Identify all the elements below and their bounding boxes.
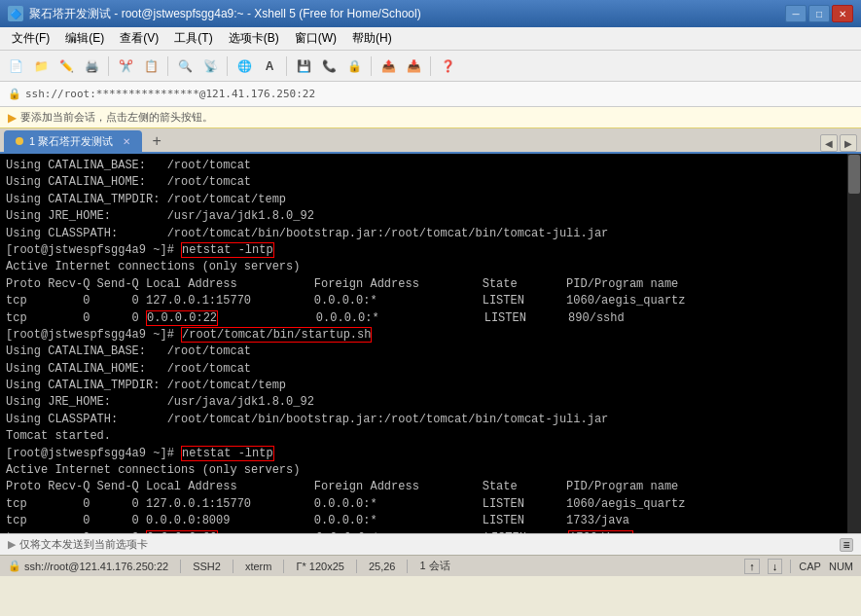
copy-btn[interactable]: 📋 <box>139 54 162 78</box>
lock-btn[interactable]: 🔒 <box>342 54 366 78</box>
open-btn[interactable]: 📁 <box>29 54 53 78</box>
cap-indicator: CAP <box>799 561 821 572</box>
font-btn[interactable]: A <box>258 54 281 78</box>
help-btn[interactable]: ❓ <box>436 54 459 78</box>
search-btn[interactable]: 🔍 <box>173 54 197 78</box>
lock-icon: 🔒 <box>8 88 21 100</box>
tab-close-btn[interactable]: ✕ <box>123 136 130 147</box>
connect-btn[interactable]: 📞 <box>317 54 341 78</box>
info-bar-right: ↑ ↓ CAP NUM <box>744 559 853 574</box>
term-line-6: [root@jstwespfsgg4a9 ~]# netstat -lntp <box>6 242 855 259</box>
title-bar: 🔷 聚石塔开发测试 - root@jstwespfsgg4a9:~ - Xshe… <box>0 0 861 27</box>
window-title: 聚石塔开发测试 - root@jstwespfsgg4a9:~ - Xshell… <box>29 6 785 22</box>
toolbar-sep-5 <box>371 56 372 76</box>
maximize-button[interactable]: □ <box>808 5 830 22</box>
info-sep-5 <box>407 560 408 573</box>
address-bar: 🔒 ssh://root:****************@121.41.176… <box>0 82 861 107</box>
position-text: 25,26 <box>369 561 396 572</box>
term-line-10: tcp 0 0 0.0.0.0:22 0.0.0.0:* LISTEN 890/… <box>6 310 855 327</box>
info-sep-2 <box>233 560 233 573</box>
term-line-18: [root@jstwespfsgg4a9 ~]# netstat -lntp <box>6 446 855 462</box>
menu-view[interactable]: 查看(V) <box>112 28 166 49</box>
encoding-text: SSH2 <box>193 561 221 572</box>
info-sep-6 <box>790 560 791 573</box>
menu-tabs[interactable]: 选项卡(B) <box>221 28 287 49</box>
notif-arrow-icon: ▶ <box>8 111 17 125</box>
term-line-9: tcp 0 0 127.0.0.1:15770 0.0.0.0:* LISTEN… <box>6 293 855 309</box>
status-arrow-icon: ▶ <box>8 538 16 551</box>
terminal-wrapper: Using CATALINA_BASE: /root/tomcat Using … <box>0 154 861 533</box>
term-line-12: Using CATALINA_BASE: /root/tomcat <box>6 344 855 360</box>
toolbar: 📄 📁 ✏️ 🖨️ ✂️ 📋 🔍 📡 🌐 A 💾 📞 🔒 📤 📥 ❓ <box>0 51 861 82</box>
num-indicator: NUM <box>829 561 853 572</box>
position-info: 25,26 <box>369 561 396 572</box>
tab-navigation: ◀ ▶ <box>820 134 857 152</box>
tab-1[interactable]: 1 聚石塔开发测试 ✕ <box>4 130 142 152</box>
info-sep-3 <box>283 560 284 573</box>
term-line-21: tcp 0 0 127.0.0.1:15770 0.0.0.0:* LISTEN… <box>6 496 855 513</box>
terminal-type-text: xterm <box>245 561 272 572</box>
term-line-23: tcp 0 0 0.0.0.0:80 0.0.0.0:* LISTEN 1733… <box>6 530 855 533</box>
status-text: 仅将文本发送到当前选项卡 <box>19 537 148 552</box>
term-line-1: Using CATALINA_BASE: /root/tomcat <box>6 158 855 174</box>
toolbar-sep-3 <box>227 56 228 76</box>
terminal-content: Using CATALINA_BASE: /root/tomcat Using … <box>6 158 855 533</box>
edit-btn[interactable]: ✏️ <box>54 54 78 78</box>
term-line-20: Proto Recv-Q Send-Q Local Address Foreig… <box>6 479 855 495</box>
terminal-type-info: xterm <box>245 561 272 572</box>
notification-bar: ▶ 要添加当前会话，点击左侧的箭头按钮。 <box>0 107 861 128</box>
window-controls: ─ □ ✕ <box>785 5 853 22</box>
tab-next-btn[interactable]: ▶ <box>840 134 857 152</box>
menu-window[interactable]: 窗口(W) <box>287 28 344 49</box>
terminal[interactable]: Using CATALINA_BASE: /root/tomcat Using … <box>0 154 861 533</box>
term-line-16: Using CLASSPATH: /root/tomcat/bin/bootst… <box>6 412 855 428</box>
download-btn[interactable]: 📥 <box>402 54 425 78</box>
term-line-7: Active Internet connections (only server… <box>6 259 855 275</box>
encoding-info: SSH2 <box>193 561 221 572</box>
tab-add-button[interactable]: + <box>146 130 167 152</box>
save-btn[interactable]: 💾 <box>292 54 315 78</box>
term-line-5: Using CLASSPATH: /root/tomcat/bin/bootst… <box>6 226 855 242</box>
cursor-info: Γ* 120x25 <box>296 561 343 572</box>
info-bar: 🔒 ssh://root@121.41.176.250:22 SSH2 xter… <box>0 555 861 576</box>
cut-btn[interactable]: ✂️ <box>114 54 137 78</box>
menu-tools[interactable]: 工具(T) <box>166 28 220 49</box>
new-btn[interactable]: 📄 <box>4 54 27 78</box>
scroll-down-btn[interactable]: ↓ <box>768 559 783 574</box>
scrollbar-thumb <box>848 155 860 194</box>
minimize-button[interactable]: ─ <box>785 5 807 22</box>
term-line-11: [root@jstwespfsgg4a9 ~]# /root/tomcat/bi… <box>6 327 855 344</box>
term-line-13: Using CATALINA_HOME: /root/tomcat <box>6 361 855 378</box>
print-btn[interactable]: 🖨️ <box>80 54 103 78</box>
status-settings-btn[interactable]: ≡ <box>840 538 853 552</box>
sessions-info: 1 会话 <box>419 559 449 573</box>
ssh-address-info: 🔒 ssh://root@121.41.176.250:22 <box>8 560 168 572</box>
tab-label: 1 聚石塔开发测试 <box>29 134 113 149</box>
notification-text: 要添加当前会话，点击左侧的箭头按钮。 <box>20 110 213 125</box>
term-line-19: Active Internet connections (only server… <box>6 462 855 479</box>
upload-btn[interactable]: 📤 <box>377 54 400 78</box>
menu-file[interactable]: 文件(F) <box>4 28 57 49</box>
menu-edit[interactable]: 编辑(E) <box>57 28 112 49</box>
tab-dot <box>16 137 23 145</box>
term-line-3: Using CATALINA_TMPDIR: /root/tomcat/temp <box>6 192 855 208</box>
scroll-up-btn[interactable]: ↑ <box>744 559 760 574</box>
term-line-4: Using JRE_HOME: /usr/java/jdk1.8.0_92 <box>6 208 855 225</box>
app-window: 🔷 聚石塔开发测试 - root@jstwespfsgg4a9:~ - Xshe… <box>0 0 861 616</box>
terminal-scrollbar[interactable] <box>847 154 861 533</box>
tab-prev-btn[interactable]: ◀ <box>820 134 838 152</box>
term-line-17: Tomcat started. <box>6 428 855 445</box>
globe-btn[interactable]: 🌐 <box>233 54 256 78</box>
menu-help[interactable]: 帮助(H) <box>344 28 400 49</box>
transfer-btn[interactable]: 📡 <box>198 54 222 78</box>
toolbar-sep-6 <box>430 56 431 76</box>
term-line-2: Using CATALINA_HOME: /root/tomcat <box>6 174 855 191</box>
toolbar-sep-1 <box>108 56 109 76</box>
term-line-15: Using JRE_HOME: /usr/java/jdk1.8.0_92 <box>6 394 855 411</box>
menu-bar: 文件(F) 编辑(E) 查看(V) 工具(T) 选项卡(B) 窗口(W) 帮助(… <box>0 27 861 51</box>
info-sep-4 <box>356 560 357 573</box>
term-line-8: Proto Recv-Q Send-Q Local Address Foreig… <box>6 276 855 293</box>
close-button[interactable]: ✕ <box>832 5 853 22</box>
toolbar-sep-2 <box>167 56 168 76</box>
info-sep-1 <box>180 560 181 573</box>
